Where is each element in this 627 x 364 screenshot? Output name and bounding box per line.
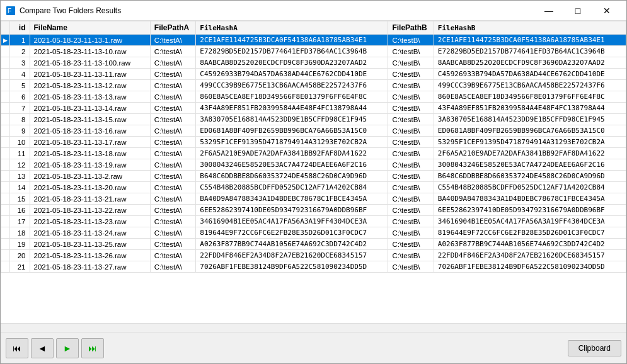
cell-filename: 2021-05-18-23-11-13-15.raw: [30, 114, 150, 125]
cell-filepathb: C:\testB\: [388, 250, 434, 261]
row-marker: [1, 250, 10, 261]
table-row[interactable]: 212021-05-18-23-11-13-27.rawC:\testA\702…: [1, 261, 626, 273]
close-button[interactable]: ✕: [592, 1, 621, 21]
cell-filehashb: 499CCC39B9E6775E13CB6AACA458BE22572437F6: [434, 80, 626, 91]
cell-filename: 2021-05-18-23-11-13-10.raw: [30, 46, 150, 57]
clipboard-button[interactable]: Clipboard: [568, 340, 621, 356]
cell-filepatha: C:\testA\: [150, 35, 195, 46]
svg-text:F: F: [8, 8, 11, 14]
cell-filehashb: ED0681A8BF409FB2659BB996BCA76A66B53A15C0: [434, 125, 626, 137]
cell-filehasha: 3A830705E168814A4523DD9E1B5CFFD98CE1F945: [196, 114, 388, 125]
cell-id: 20: [10, 250, 30, 261]
row-marker: [1, 69, 10, 80]
cell-id: 15: [10, 193, 30, 205]
cell-filename: 2021-05-18-23-11-13-1.raw: [30, 35, 150, 46]
cell-filehashb: B648C6DDBBE8D660353724DE4588C26D0CA9D96D: [434, 171, 626, 182]
cell-id: 4: [10, 69, 30, 80]
table-row[interactable]: 172021-05-18-23-11-13-23.rawC:\testA\346…: [1, 216, 626, 227]
minimize-button[interactable]: —: [534, 1, 563, 21]
cell-filehashb: 8AABCAB8D252020ECDCFD9C8F3690DA23207AAD2: [434, 57, 626, 69]
cell-filehashb: 3008043246E58520E53AC7A4724DEAEE6A6F2C16: [434, 159, 626, 171]
window-title: Compare Two Folders Results: [20, 6, 534, 15]
col-filename-header: FileName: [30, 21, 150, 35]
row-marker: [1, 57, 10, 69]
cell-id: 9: [10, 125, 30, 137]
table-row[interactable]: 152021-05-18-23-11-13-21.rawC:\testA\BA4…: [1, 193, 626, 205]
cell-filehasha: 2F6A5A210E9ADE7A2DAFA3841BB92FAF8DA41622: [196, 148, 388, 159]
cell-id: 21: [10, 261, 30, 273]
cell-filename: 2021-05-18-23-11-13-24.raw: [30, 227, 150, 239]
cell-filehashb: 3A830705E168814A4523DD9E1B5CFFD98CE1F945: [434, 114, 626, 125]
play-button[interactable]: ►: [56, 338, 79, 358]
row-marker: [1, 159, 10, 171]
cell-filehasha: 819644E9F72CC6FC6E2FB28E35D26D01C3F0CDC7: [196, 227, 388, 239]
cell-filepatha: C:\testA\: [150, 205, 195, 216]
results-table: id FileName FilePathA FileHashA FilePath…: [1, 21, 626, 273]
cell-filepathb: C:\testB\: [388, 80, 434, 91]
table-row[interactable]: 132021-05-18-23-11-13-2.rawC:\testA\B648…: [1, 171, 626, 182]
table-row[interactable]: 112021-05-18-23-11-13-18.rawC:\testA\2F6…: [1, 148, 626, 159]
table-row[interactable]: 92021-05-18-23-11-13-16.rawC:\testA\ED06…: [1, 125, 626, 137]
cell-filehashb: 7026ABF1FEBE38124B9DF6A522C581090234DD5D: [434, 261, 626, 273]
navigation-buttons: ⏮ ◄ ► ⏭: [6, 338, 104, 358]
cell-id: 11: [10, 148, 30, 159]
first-button[interactable]: ⏮: [6, 338, 28, 358]
table-row[interactable]: ▶12021-05-18-23-11-13-1.rawC:\testA\2CE1…: [1, 35, 626, 46]
cell-filehashb: 34616904B1EE05AC4A17FA56A3A19FF4304DCE3A: [434, 216, 626, 227]
cell-filehasha: C45926933B794DA57DA638AD44CE6762CDD410DE: [196, 69, 388, 80]
table-row[interactable]: 122021-05-18-23-11-13-19.rawC:\testA\300…: [1, 159, 626, 171]
cell-filepathb: C:\testB\: [388, 125, 434, 137]
table-header: id FileName FilePathA FileHashA FilePath…: [1, 21, 626, 35]
row-marker: [1, 80, 10, 91]
cell-filehashb: C554B48B20885BCDFFD0525DC12AF71A4202CB84: [434, 182, 626, 193]
last-button[interactable]: ⏭: [81, 338, 104, 358]
row-marker: [1, 216, 10, 227]
cell-filehashb: BA40D9A84788343A1D4BDEBC78678C1FBCE4345A: [434, 193, 626, 205]
table-row[interactable]: 142021-05-18-23-11-13-20.rawC:\testA\C55…: [1, 182, 626, 193]
table-row[interactable]: 192021-05-18-23-11-13-25.rawC:\testA\A02…: [1, 239, 626, 250]
cell-filepatha: C:\testA\: [150, 148, 195, 159]
cell-filepatha: C:\testA\: [150, 239, 195, 250]
table-scroll-area[interactable]: id FileName FilePathA FileHashA FilePath…: [1, 21, 626, 323]
window-controls: — □ ✕: [534, 1, 621, 21]
cell-id: 5: [10, 80, 30, 91]
cell-id: 16: [10, 205, 30, 216]
table-row[interactable]: 22021-05-18-23-11-13-10.rawC:\testA\E728…: [1, 46, 626, 57]
row-marker: [1, 91, 10, 103]
cell-filepatha: C:\testA\: [150, 159, 195, 171]
cell-filehasha: BA40D9A84788343A1D4BDEBC78678C1FBCE4345A: [196, 193, 388, 205]
table-row[interactable]: 42021-05-18-23-11-13-11.rawC:\testA\C459…: [1, 69, 626, 80]
table-row[interactable]: 72021-05-18-23-11-13-14.rawC:\testA\43F4…: [1, 103, 626, 114]
table-row[interactable]: 52021-05-18-23-11-13-12.rawC:\testA\499C…: [1, 80, 626, 91]
cell-filepatha: C:\testA\: [150, 261, 195, 273]
horizontal-scrollbar[interactable]: [1, 323, 626, 332]
cell-id: 8: [10, 114, 30, 125]
row-marker: [1, 137, 10, 148]
col-filepatha-header: FilePathA: [150, 21, 195, 35]
table-row[interactable]: 202021-05-18-23-11-13-26.rawC:\testA\22F…: [1, 250, 626, 261]
cell-filepatha: C:\testA\: [150, 171, 195, 182]
table-row[interactable]: 82021-05-18-23-11-13-15.rawC:\testA\3A83…: [1, 114, 626, 125]
cell-filename: 2021-05-18-23-11-13-26.raw: [30, 250, 150, 261]
table-row[interactable]: 32021-05-18-23-11-13-100.rawC:\testA\8AA…: [1, 57, 626, 69]
maximize-button[interactable]: □: [563, 1, 592, 21]
row-marker: [1, 193, 10, 205]
cell-filename: 2021-05-18-23-11-13-27.raw: [30, 261, 150, 273]
cell-filehasha: 3008043246E58520E53AC7A4724DEAEE6A6F2C16: [196, 159, 388, 171]
cell-filehasha: 499CCC39B9E6775E13CB6AACA458BE22572437F6: [196, 80, 388, 91]
cell-filename: 2021-05-18-23-11-13-21.raw: [30, 193, 150, 205]
table-row[interactable]: 62021-05-18-23-11-13-13.rawC:\testA\860E…: [1, 91, 626, 103]
cell-filehashb: 43F4A89EF851FB20399584A4E48F4FC138798A44: [434, 103, 626, 114]
cell-filehashb: 860E8A5CEA8EF18D349566F8E01379F6FF6E4F8C: [434, 91, 626, 103]
cell-filehashb: 22FDD4F846EF2A34D8F2A7EB21620DCE68345157: [434, 250, 626, 261]
cell-id: 7: [10, 103, 30, 114]
col-filepathb-header: FilePathB: [388, 21, 434, 35]
cell-filehasha: 43F4A89EF851FB20399584A4E48F4FC138798A44: [196, 103, 388, 114]
table-row[interactable]: 162021-05-18-23-11-13-22.rawC:\testA\6EE…: [1, 205, 626, 216]
toolbar: ⏮ ◄ ► ⏭ Clipboard: [1, 332, 626, 363]
prev-button[interactable]: ◄: [31, 338, 54, 358]
cell-filename: 2021-05-18-23-11-13-20.raw: [30, 182, 150, 193]
table-row[interactable]: 102021-05-18-23-11-13-17.rawC:\testA\532…: [1, 137, 626, 148]
table-row[interactable]: 182021-05-18-23-11-13-24.rawC:\testA\819…: [1, 227, 626, 239]
cell-filepathb: C:\testB\: [388, 69, 434, 80]
